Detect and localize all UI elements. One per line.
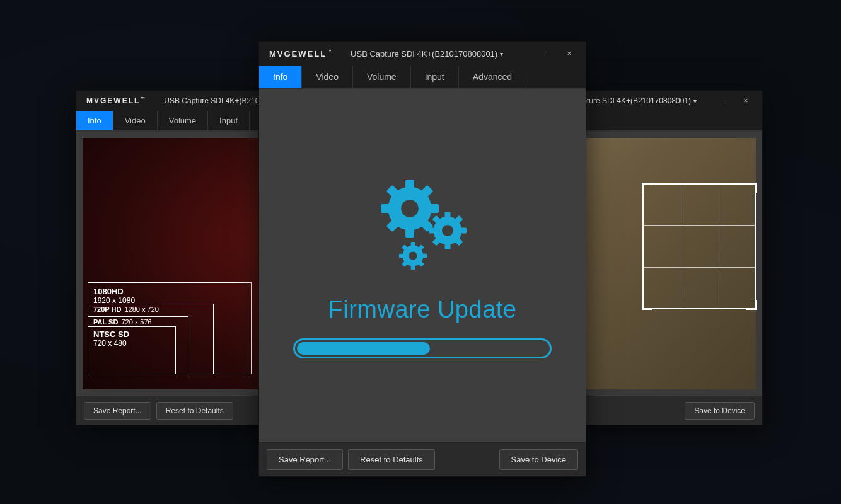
res-title: 1080HD xyxy=(93,287,246,296)
device-selector[interactable]: USB Capture SDI 4K+(B210170808001) ▾ xyxy=(351,49,503,59)
save-to-device-button[interactable]: Save to Device xyxy=(685,402,755,420)
tab-info[interactable]: Info xyxy=(76,111,113,130)
tab-input[interactable]: Input xyxy=(208,111,250,130)
tab-input[interactable]: Input xyxy=(411,66,459,88)
close-button[interactable]: × xyxy=(734,91,757,111)
tab-volume[interactable]: Volume xyxy=(158,111,208,130)
device-selector[interactable]: pture SDI 4K+(B210170808001) ▾ xyxy=(583,96,697,105)
progress-fill xyxy=(297,342,430,355)
reset-defaults-button[interactable]: Reset to Defaults xyxy=(156,402,233,420)
gears-icon xyxy=(366,174,479,281)
device-name-partial: pture SDI 4K+(B210170808001) xyxy=(583,96,691,105)
res-dimensions: 720 x 576 xyxy=(121,318,151,326)
chevron-down-icon: ▾ xyxy=(500,50,503,57)
crop-handle-tl[interactable] xyxy=(642,183,652,193)
crop-handle-tr[interactable] xyxy=(746,183,757,193)
minimize-button[interactable]: – xyxy=(712,91,734,111)
tab-video[interactable]: Video xyxy=(302,66,353,88)
res-dimensions: 1280 x 720 xyxy=(125,306,159,313)
save-report-button[interactable]: Save Report... xyxy=(267,449,343,470)
footer: Save Report... Reset to Defaults Save to… xyxy=(259,442,586,476)
chevron-down-icon: ▾ xyxy=(693,98,697,105)
save-report-button[interactable]: Save Report... xyxy=(84,402,151,420)
res-title: 720P HD xyxy=(93,306,121,313)
content-area: Firmware Update xyxy=(259,89,586,442)
close-button[interactable]: × xyxy=(558,43,581,64)
crop-handle-br[interactable] xyxy=(746,300,757,310)
res-title: NTSC SD xyxy=(93,329,170,339)
titlebar[interactable]: MVGEWELL USB Capture SDI 4K+(B2101708080… xyxy=(259,42,586,66)
res-title: PAL SD xyxy=(93,318,118,326)
crop-handle-bl[interactable] xyxy=(642,300,652,310)
brand-logo: MVGEWELL xyxy=(86,96,146,105)
device-name: USB Capture SDI 4K+(B210170808001) xyxy=(351,49,497,59)
tab-video[interactable]: Video xyxy=(113,111,158,130)
tab-volume[interactable]: Volume xyxy=(353,66,411,88)
progress-bar xyxy=(293,338,552,358)
crop-selection[interactable] xyxy=(642,183,756,309)
res-dimensions: 720 x 480 xyxy=(93,339,170,348)
resolution-ntsc: NTSC SD 720 x 480 xyxy=(88,326,176,374)
tab-info[interactable]: Info xyxy=(259,66,302,88)
tab-advanced[interactable]: Advanced xyxy=(459,66,526,88)
firmware-update-label: Firmware Update xyxy=(328,296,517,323)
brand-logo: MVGEWELL xyxy=(269,49,333,59)
minimize-button[interactable]: – xyxy=(535,43,558,64)
reset-defaults-button[interactable]: Reset to Defaults xyxy=(348,449,435,470)
save-to-device-button[interactable]: Save to Device xyxy=(499,449,578,470)
window-center: MVGEWELL USB Capture SDI 4K+(B2101708080… xyxy=(258,41,586,477)
tab-bar: Info Video Volume Input Advanced xyxy=(259,66,586,89)
